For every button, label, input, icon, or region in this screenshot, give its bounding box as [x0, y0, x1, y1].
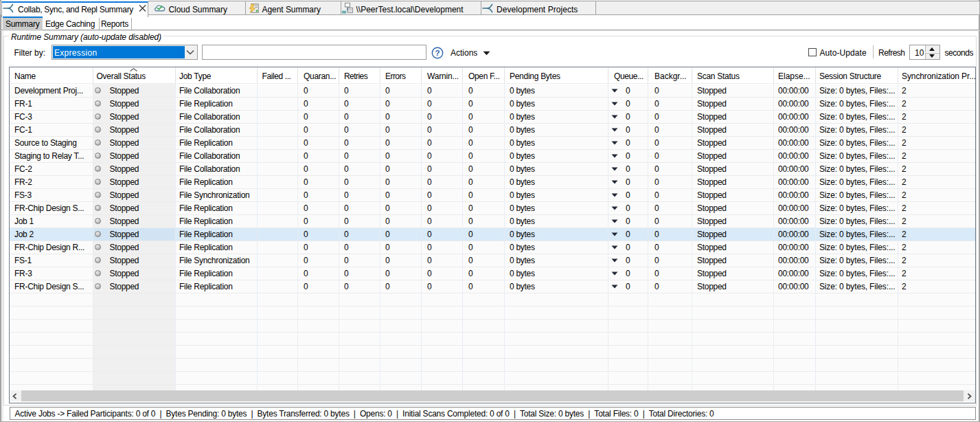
svg-text:?: ?: [435, 49, 440, 57]
